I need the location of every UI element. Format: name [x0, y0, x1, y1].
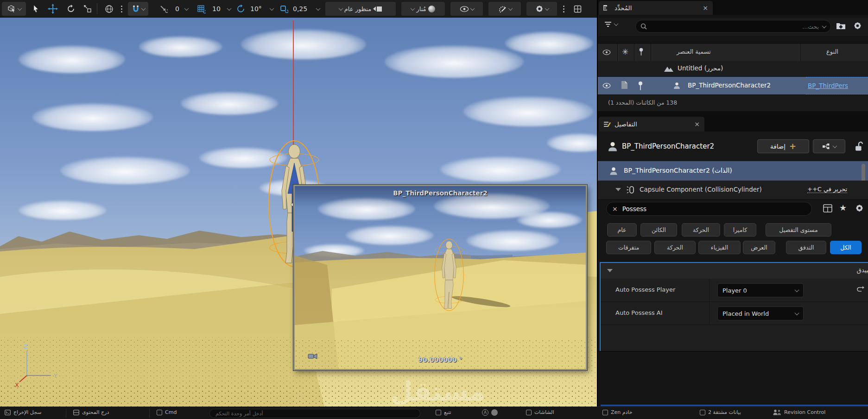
show-flags-button[interactable] [450, 2, 483, 16]
new-folder-button[interactable] [836, 22, 846, 31]
level-mountain-icon [664, 65, 674, 72]
expand-triangle-icon[interactable] [615, 188, 621, 191]
grid-snap-value[interactable]: 10 [212, 0, 221, 18]
filter-chip-physics[interactable]: الفيزياء [698, 241, 741, 254]
viewport-3d-scene[interactable]: BP_ThirdPersonCharacter2 90.000000 ° Z Y… [0, 18, 597, 406]
add-button-label: إضافة [770, 143, 786, 150]
cursor-tool-button[interactable] [29, 2, 43, 16]
filter-chip-actor[interactable]: الكائن [640, 223, 677, 237]
clear-search-icon[interactable]: × [612, 205, 618, 213]
vertical-dots-icon [121, 8, 122, 10]
close-icon[interactable]: × [703, 4, 708, 12]
unlocked-padlock-icon[interactable] [854, 141, 863, 151]
scale-tool-button[interactable] [80, 2, 95, 16]
surface-snap-value[interactable]: 0 [175, 0, 179, 18]
viewport-settings-button[interactable] [526, 2, 557, 16]
world-space-button[interactable] [101, 2, 117, 16]
trace-button[interactable]: تتبع [436, 409, 451, 415]
add-component-button[interactable]: + إضافة [757, 139, 809, 153]
rotation-snap-value[interactable]: 10° [250, 0, 262, 18]
rotation-snap-icon-button[interactable] [234, 2, 247, 16]
filter-chip-rendering[interactable]: العرض [743, 241, 775, 254]
pin-column-icon[interactable] [639, 48, 644, 57]
filter-chip-streaming[interactable]: التدفق [786, 241, 826, 254]
outliner-settings-button[interactable] [853, 21, 862, 31]
filter-chip-transform[interactable]: الحركة [682, 223, 720, 237]
rotation-snap-dropdown[interactable] [268, 2, 275, 16]
pawn-section: البيدق Auto Possess Player Player 0 Auto… [600, 262, 868, 351]
tab-details[interactable]: التفاصيل × [599, 117, 704, 131]
self-component-label[interactable]: BP_ThirdPersonCharacter2 (الذات) [624, 167, 732, 174]
content-drawer-button[interactable]: درج المحتوى [73, 409, 109, 415]
visibility-column-icon[interactable] [602, 50, 611, 56]
derived-data-button[interactable]: بيانات مشتقة 2 [700, 409, 741, 415]
viewport-quality-button[interactable] [488, 2, 521, 16]
component-row-self[interactable]: BP_ThirdPersonCharacter2 (الذات) [598, 161, 868, 181]
output-log-button[interactable]: سجل الإخراج [5, 409, 42, 415]
toolbar-separator [97, 3, 97, 14]
cursor-icon [32, 5, 39, 13]
outliner-filter-button[interactable] [604, 21, 618, 27]
capsule-component-label[interactable]: Capsule Component (CollisionCylinder) [640, 186, 762, 193]
close-icon[interactable]: × [694, 120, 700, 128]
snap-toggle-button[interactable] [128, 2, 148, 16]
details-search-value[interactable]: Possess [622, 205, 646, 213]
column-type[interactable]: النوع [826, 48, 838, 55]
collapse-triangle-icon[interactable] [607, 269, 613, 272]
axis-y-label: Y [53, 372, 57, 379]
toolbar-overflow-dots[interactable] [118, 2, 125, 16]
outliner-search-box[interactable] [635, 20, 831, 33]
axis-gizmo: Z Y X [13, 344, 64, 388]
filter-chip-movement[interactable]: الحركة [654, 241, 696, 254]
outliner-world-row[interactable]: Untitled (محرر) [598, 61, 868, 77]
surface-snap-dropdown[interactable] [183, 2, 190, 16]
maximize-viewport-button[interactable] [570, 2, 585, 16]
details-actor-name: BP_ThirdPersonCharacter2 [622, 142, 714, 150]
outliner-actor-row-selected[interactable]: BP_ThirdPersonCharacter2 BP_ThirdPers [598, 77, 868, 94]
perspective-button[interactable]: منظور عام [325, 2, 396, 16]
zen-server-button[interactable]: خادم Zen [602, 409, 633, 415]
select-mode-button[interactable] [2, 2, 26, 16]
auto-possess-player-dropdown[interactable]: Player 0 [717, 283, 804, 297]
tab-outliner[interactable]: المُحدِّد × [599, 1, 713, 15]
filter-chip-lod[interactable]: مستوى التفصيل [766, 223, 831, 237]
auto-possess-ai-dropdown[interactable]: Placed in World [717, 306, 804, 320]
console-command-input[interactable]: أدخل أمر وحدة التحكم [209, 409, 420, 418]
pin-icon[interactable] [638, 81, 643, 92]
world-row-label[interactable]: Untitled (محرر) [678, 64, 723, 72]
details-header: BP_ThirdPersonCharacter2 + إضافة [598, 131, 868, 161]
details-search-box[interactable]: × Possess [606, 202, 812, 216]
move-tool-button[interactable] [44, 2, 61, 16]
actor-type-link[interactable]: BP_ThirdPers [808, 82, 848, 89]
filter-chip-camera[interactable]: كاميرا [724, 223, 756, 237]
revision-control-button[interactable]: Revision Control [773, 409, 825, 415]
actor-name[interactable]: BP_ThirdPersonCharacter2 [688, 81, 771, 89]
blueprint-hierarchy-button[interactable] [813, 139, 845, 153]
grid-snap-icon-button[interactable] [195, 2, 208, 16]
grid-snap-dropdown[interactable] [225, 2, 233, 16]
visibility-eye-icon[interactable] [602, 83, 611, 90]
reset-to-default-icon[interactable] [856, 286, 865, 294]
lit-mode-button[interactable]: مُنار [401, 2, 445, 16]
component-row-capsule[interactable]: Capsule Component (CollisionCylinder) تح… [598, 181, 868, 199]
filter-chip-all-active[interactable]: الكل [830, 241, 862, 254]
screens-button[interactable]: الشاشات [526, 409, 554, 415]
surface-snap-icon-button[interactable] [158, 2, 170, 16]
scale-snap-dropdown[interactable] [314, 2, 322, 16]
filter-chip-general[interactable]: عام [607, 223, 637, 237]
details-settings-button[interactable] [855, 204, 864, 214]
display-mode-button[interactable] [823, 204, 832, 214]
pawn-section-header[interactable]: البيدق [601, 263, 868, 279]
scale-snap-icon-button[interactable] [277, 2, 290, 16]
rotate-tool-button[interactable] [63, 2, 79, 16]
status-indicators[interactable]: A [482, 409, 498, 416]
scale-snap-value[interactable]: 0,25 [293, 0, 307, 18]
filter-chip-misc[interactable]: متفرقات [606, 241, 651, 254]
outliner-search-input[interactable] [647, 23, 823, 30]
star-column-icon[interactable]: ✳ [622, 47, 628, 56]
column-item-label[interactable]: تسمية العنصر [677, 48, 711, 55]
cmd-button[interactable]: Cmd [157, 409, 177, 415]
favorites-star-icon[interactable]: ★ [839, 203, 847, 213]
edit-in-cpp-link[interactable]: تحرير في C++ [807, 186, 847, 193]
viewport-overflow-dots[interactable] [560, 2, 567, 16]
